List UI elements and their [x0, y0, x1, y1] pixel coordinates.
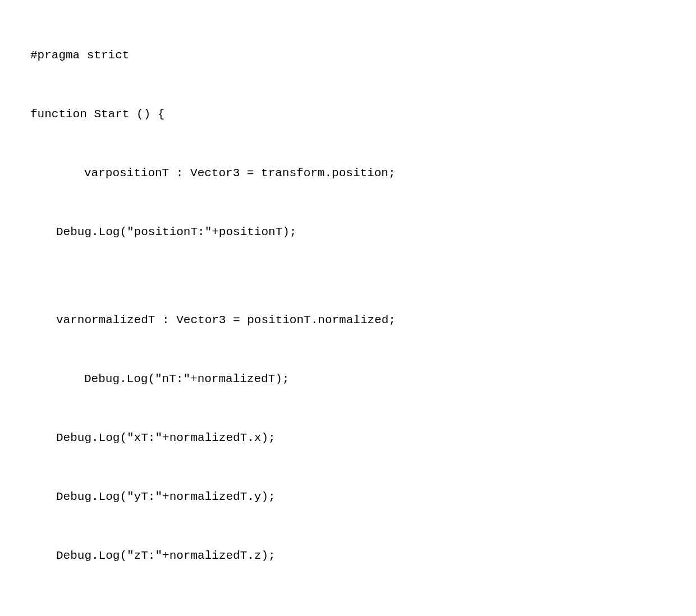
code-line: Debug.Log("positionT:"+positionT); — [0, 218, 696, 247]
code-line: varnormalizedT : Vector3 = positionT.nor… — [0, 306, 696, 335]
code-line: function Start () { — [0, 100, 696, 130]
code-line: #pragma strict — [0, 41, 696, 71]
code-line: Debug.Log("yT:"+normalizedT.y); — [0, 482, 696, 512]
code-line: Debug.Log("zT:"+normalizedT.z); — [0, 541, 696, 571]
code-line: varpositionT : Vector3 = transform.posit… — [0, 159, 696, 189]
code-block: #pragma strict function Start () { varpo… — [0, 0, 696, 616]
code-line: Debug.Log("nT:"+normalizedT); — [0, 365, 696, 394]
code-line: Debug.Log("xT:"+normalizedT.x); — [0, 424, 696, 453]
